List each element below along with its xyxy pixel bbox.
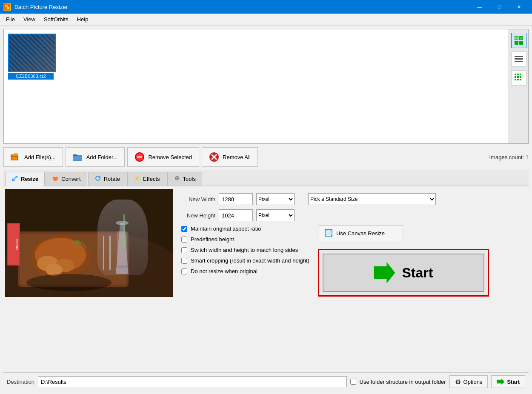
- tab-row: Resize Convert Rotate: [3, 170, 529, 186]
- minimize-button[interactable]: —: [470, 0, 489, 14]
- use-folder-structure-row[interactable]: Use folder structure in output folder: [350, 379, 446, 385]
- svg-rect-8: [520, 37, 523, 40]
- svg-rect-30: [137, 157, 142, 158]
- smart-cropping-checkbox[interactable]: [181, 258, 187, 264]
- tab-convert[interactable]: Convert: [46, 172, 87, 186]
- svg-rect-23: [14, 153, 17, 155]
- view-list-button[interactable]: [511, 51, 526, 67]
- tab-tools[interactable]: Tools: [167, 172, 202, 186]
- switch-width-height-label: Switch width and height to match long si…: [191, 247, 298, 253]
- width-unit-select[interactable]: Pixel Percent Cm Inch: [256, 193, 295, 205]
- title-bar: Batch Picture Resizer — □ ✕: [0, 0, 532, 14]
- svg-point-60: [26, 274, 112, 291]
- remove-selected-label: Remove Selected: [148, 154, 192, 160]
- right-buttons: Use Canvas Resize Start: [318, 226, 489, 297]
- add-folder-button[interactable]: Add Folder...: [66, 147, 125, 167]
- width-row: New Width Pixel Percent Cm Inch: [181, 193, 295, 205]
- svg-point-49: [46, 264, 63, 276]
- remove-all-button[interactable]: Remove All: [202, 147, 258, 167]
- tab-resize[interactable]: Resize: [5, 172, 45, 186]
- remove-selected-button[interactable]: Remove Selected: [127, 147, 199, 167]
- do-not-resize-row[interactable]: Do not resize when original: [181, 268, 309, 274]
- svg-text:МЕНЮ: МЕНЮ: [15, 239, 19, 250]
- main-content: CZ2B0383.cr2: [0, 26, 532, 394]
- svg-rect-2: [7, 7, 9, 9]
- settings-panel: New Width Pixel Percent Cm Inch Pi: [177, 189, 527, 370]
- svg-rect-58: [103, 236, 104, 270]
- maintain-aspect-checkbox[interactable]: [181, 226, 187, 232]
- menu-view[interactable]: View: [19, 14, 40, 24]
- height-input[interactable]: [219, 209, 253, 221]
- tab-effects[interactable]: Effects: [127, 172, 166, 186]
- thumbnail-preview: [9, 34, 55, 71]
- standard-size-container: Pick a Standard Size: [308, 193, 436, 205]
- destination-input[interactable]: [38, 376, 346, 387]
- switch-width-height-row[interactable]: Switch width and height to match long si…: [181, 247, 309, 253]
- svg-rect-6: [519, 41, 523, 45]
- svg-rect-26: [73, 154, 77, 156]
- start-arrow-icon: [374, 262, 395, 283]
- add-files-label: Add File(s)...: [24, 154, 56, 160]
- view-grid-button[interactable]: [511, 70, 526, 86]
- tab-resize-label: Resize: [21, 176, 38, 182]
- preview-panel: МЕНЮ: [5, 189, 173, 370]
- title-bar-left: Batch Picture Resizer: [3, 3, 68, 11]
- side-toolbar: [509, 29, 528, 143]
- add-files-button[interactable]: Add File(s)...: [3, 147, 63, 167]
- width-input[interactable]: [219, 193, 253, 205]
- svg-point-40: [176, 177, 178, 179]
- predefined-height-row[interactable]: Predefined height: [181, 236, 309, 243]
- svg-rect-19: [517, 79, 519, 80]
- maximize-button[interactable]: □: [489, 0, 509, 14]
- maintain-aspect-label: Maintain original aspect ratio: [191, 226, 261, 232]
- rotate-tab-icon: [94, 175, 101, 183]
- tab-effects-label: Effects: [143, 176, 160, 182]
- maintain-aspect-row[interactable]: Maintain original aspect ratio: [181, 226, 309, 232]
- file-thumbnail[interactable]: CZ2B0383.cr2: [6, 32, 55, 81]
- tools-tab-icon: [174, 175, 180, 183]
- checkboxes-section: Maintain original aspect ratio Predefine…: [181, 226, 523, 297]
- start-small-arrow-icon: [497, 379, 504, 385]
- close-button[interactable]: ✕: [509, 0, 529, 14]
- menu-help[interactable]: Help: [73, 14, 93, 24]
- switch-width-height-checkbox[interactable]: [181, 247, 187, 253]
- start-big-button[interactable]: Start: [323, 254, 484, 292]
- svg-rect-24: [11, 156, 18, 157]
- standard-size-select[interactable]: Pick a Standard Size: [308, 193, 436, 205]
- svg-rect-14: [520, 74, 521, 75]
- svg-rect-27: [73, 156, 82, 160]
- new-height-label: New Height: [181, 212, 215, 219]
- convert-tab-icon: [52, 175, 59, 183]
- svg-point-51: [116, 221, 129, 225]
- use-folder-structure-checkbox[interactable]: [350, 379, 356, 385]
- images-count: Images count: 1: [489, 154, 529, 160]
- menu-bar: File View SoftOrbits Help: [0, 14, 532, 26]
- remove-all-icon: [209, 152, 219, 162]
- effects-tab-icon: [134, 175, 140, 183]
- bottom-bar: Destination Use folder structure in outp…: [3, 372, 529, 391]
- smart-cropping-row[interactable]: Smart cropping (result in exact width an…: [181, 257, 309, 264]
- svg-rect-13: [517, 74, 519, 75]
- canvas-resize-button[interactable]: Use Canvas Resize: [318, 226, 403, 241]
- title-bar-controls: — □ ✕: [470, 0, 529, 14]
- view-thumbnails-button[interactable]: [511, 33, 526, 48]
- svg-rect-54: [123, 214, 125, 248]
- menu-softorbits[interactable]: SoftOrbits: [40, 14, 73, 24]
- app-icon: [3, 3, 11, 11]
- predefined-height-checkbox[interactable]: [181, 237, 187, 243]
- svg-rect-62: [326, 231, 331, 235]
- svg-rect-5: [515, 41, 518, 45]
- start-section: Start: [318, 249, 489, 297]
- tab-rotate[interactable]: Rotate: [88, 172, 126, 186]
- start-small-button[interactable]: Start: [491, 375, 525, 388]
- options-button[interactable]: ⚙ Options: [449, 375, 488, 388]
- app-title: Batch Picture Resizer: [14, 4, 68, 10]
- do-not-resize-checkbox[interactable]: [181, 268, 187, 274]
- menu-file[interactable]: File: [2, 14, 19, 24]
- svg-rect-20: [520, 79, 521, 80]
- height-unit-select[interactable]: Pixel Percent Cm Inch: [256, 209, 295, 221]
- svg-rect-9: [515, 56, 523, 57]
- svg-line-36: [13, 176, 17, 180]
- svg-rect-1: [5, 5, 8, 7]
- start-big-label: Start: [402, 265, 433, 281]
